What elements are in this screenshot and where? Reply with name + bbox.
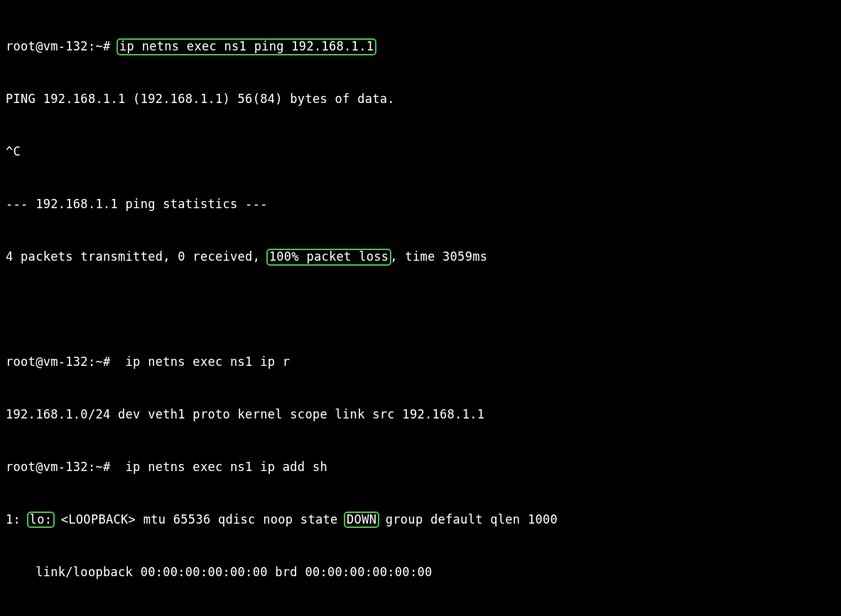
highlight-down: DOWN bbox=[344, 512, 379, 529]
terminal-line: ^C bbox=[6, 143, 837, 161]
highlight-packet-loss: 100% packet loss bbox=[266, 249, 392, 266]
terminal-line: --- 192.168.1.1 ping statistics --- bbox=[6, 195, 837, 213]
line-prefix: root@vm-132:~# bbox=[6, 39, 118, 53]
line-prefix: 4 packets transmitted, 0 received, bbox=[6, 249, 268, 264]
terminal-line: root@vm-132:~# ip netns exec ns1 ip add … bbox=[6, 458, 837, 476]
terminal-output[interactable]: root@vm-132:~# ip netns exec ns1 ping 19… bbox=[0, 0, 841, 616]
line-suffix: , time 3059ms bbox=[390, 249, 487, 264]
terminal-line: root@vm-132:~# ip netns exec ns1 ip r bbox=[6, 353, 837, 371]
terminal-line: PING 192.168.1.1 (192.168.1.1) 56(84) by… bbox=[6, 90, 837, 108]
terminal-line: link/loopback 00:00:00:00:00:00 brd 00:0… bbox=[6, 563, 837, 581]
terminal-line bbox=[6, 301, 837, 318]
highlight-command: ip netns exec ns1 ping 192.168.1.1 bbox=[116, 38, 376, 55]
terminal-line: 4 packets transmitted, 0 received, 100% … bbox=[6, 248, 837, 266]
highlight-lo: lo: bbox=[27, 512, 55, 529]
terminal-line: 1: lo: <LOOPBACK> mtu 65536 qdisc noop s… bbox=[6, 511, 837, 529]
line-suffix: group default qlen 1000 bbox=[378, 512, 558, 526]
line-prefix: 1: bbox=[6, 512, 28, 526]
line-mid: <LOOPBACK> mtu 65536 qdisc noop state bbox=[53, 512, 345, 526]
terminal-line: root@vm-132:~# ip netns exec ns1 ping 19… bbox=[6, 38, 837, 55]
terminal-line: 192.168.1.0/24 dev veth1 proto kernel sc… bbox=[6, 406, 837, 423]
